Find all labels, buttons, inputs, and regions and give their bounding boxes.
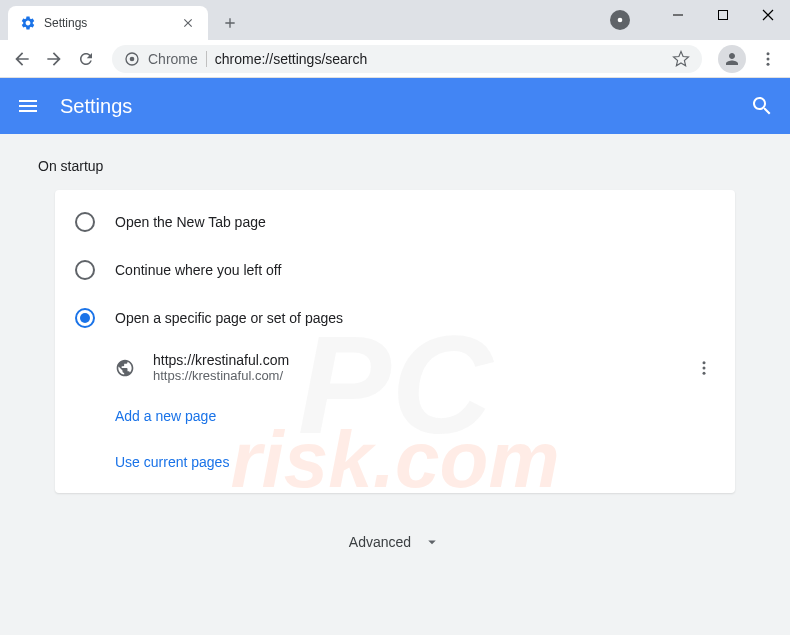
browser-tab[interactable]: Settings [8, 6, 208, 40]
browser-menu-button[interactable] [754, 45, 782, 73]
radio-icon [75, 260, 95, 280]
browser-toolbar: Chrome chrome://settings/search [0, 40, 790, 78]
omnibox-scheme: Chrome [148, 51, 198, 67]
svg-point-8 [703, 361, 706, 364]
radio-label: Open the New Tab page [115, 214, 266, 230]
svg-point-0 [618, 18, 623, 23]
tab-title: Settings [44, 16, 180, 30]
settings-gear-icon [20, 15, 36, 31]
svg-point-4 [130, 56, 135, 61]
globe-icon [115, 358, 135, 378]
svg-rect-2 [718, 11, 727, 20]
incognito-icon [610, 10, 630, 30]
search-icon[interactable] [750, 94, 774, 118]
svg-point-10 [703, 371, 706, 374]
back-button[interactable] [8, 45, 36, 73]
add-page-link: Add a new page [115, 408, 216, 424]
add-page-row[interactable]: Add a new page [55, 393, 735, 439]
settings-content[interactable]: PC risk.com On startup Open the New Tab … [0, 134, 790, 635]
omnibox-url: chrome://settings/search [215, 51, 664, 67]
svg-point-9 [703, 366, 706, 369]
menu-icon[interactable] [16, 94, 40, 118]
close-window-button[interactable] [745, 0, 790, 30]
svg-point-6 [767, 57, 770, 60]
section-title: On startup [0, 134, 790, 190]
radio-icon [75, 212, 95, 232]
settings-header: Settings [0, 78, 790, 134]
forward-button[interactable] [40, 45, 68, 73]
startup-page-row: https://krestinaful.com https://krestina… [55, 342, 735, 393]
radio-label: Open a specific page or set of pages [115, 310, 343, 326]
window-titlebar: Settings [0, 0, 790, 40]
radio-option-continue[interactable]: Continue where you left off [55, 246, 735, 294]
radio-option-newtab[interactable]: Open the New Tab page [55, 198, 735, 246]
use-current-link: Use current pages [115, 454, 229, 470]
minimize-button[interactable] [655, 0, 700, 30]
startup-card: Open the New Tab page Continue where you… [55, 190, 735, 493]
omnibox-divider [206, 51, 207, 67]
new-tab-button[interactable] [216, 9, 244, 37]
radio-label: Continue where you left off [115, 262, 281, 278]
reload-button[interactable] [72, 45, 100, 73]
chrome-site-icon [124, 51, 140, 67]
maximize-button[interactable] [700, 0, 745, 30]
radio-icon-selected [75, 308, 95, 328]
use-current-row[interactable]: Use current pages [55, 439, 735, 485]
chevron-down-icon [423, 533, 441, 551]
window-controls [655, 0, 790, 30]
page-info: https://krestinaful.com https://krestina… [153, 352, 695, 383]
page-title: Settings [60, 95, 750, 118]
page-full-url: https://krestinaful.com/ [153, 368, 695, 383]
profile-avatar[interactable] [718, 45, 746, 73]
page-row-menu-icon[interactable] [695, 359, 715, 377]
radio-option-specific[interactable]: Open a specific page or set of pages [55, 294, 735, 342]
bookmark-star-icon[interactable] [672, 50, 690, 68]
close-tab-icon[interactable] [180, 15, 196, 31]
svg-point-7 [767, 62, 770, 65]
page-display-url: https://krestinaful.com [153, 352, 695, 368]
address-bar[interactable]: Chrome chrome://settings/search [112, 45, 702, 73]
advanced-label: Advanced [349, 534, 411, 550]
svg-point-5 [767, 52, 770, 55]
advanced-toggle[interactable]: Advanced [0, 493, 790, 591]
